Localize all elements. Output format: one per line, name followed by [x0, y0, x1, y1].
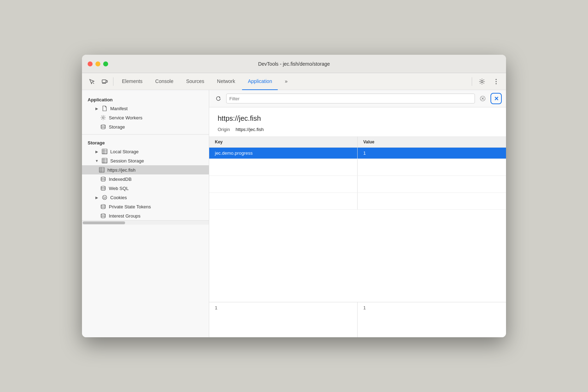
- refresh-button[interactable]: [213, 94, 223, 103]
- col-value-header: Value: [358, 137, 506, 147]
- origin-title: https://jec.fish: [218, 114, 498, 123]
- cursor-icon[interactable]: [86, 76, 98, 87]
- tab-network[interactable]: Network: [211, 73, 241, 90]
- sidebar-item-jec-fish[interactable]: https://jec.fish: [82, 165, 209, 174]
- sidebar-item-interest-groups[interactable]: Interest Groups: [82, 211, 209, 220]
- expand-arrow-manifest[interactable]: ▶: [95, 106, 99, 111]
- sidebar-item-storage-app[interactable]: Storage: [82, 122, 209, 131]
- cell-value-0: 1: [358, 148, 506, 159]
- maximize-button[interactable]: [103, 61, 108, 66]
- empty-cell-key-2: [209, 176, 358, 192]
- private-state-tokens-label: Private State Tokens: [109, 204, 151, 209]
- toolbar-sep-2: [472, 77, 472, 86]
- expand-arrow-cookies[interactable]: ▶: [95, 195, 99, 200]
- svg-point-31: [101, 204, 105, 206]
- session-storage-label: Session Storage: [110, 158, 144, 164]
- origin-section: https://jec.fish Origin https://jec.fish: [209, 107, 506, 137]
- sidebar-scrollbar[interactable]: [82, 220, 209, 225]
- cell-key-0: jec.demo.progress: [209, 148, 358, 159]
- table-header: Key Value: [209, 137, 506, 148]
- cookie-icon: [102, 195, 107, 200]
- more-icon[interactable]: [490, 76, 502, 87]
- svg-rect-1: [102, 80, 106, 83]
- table-container: Key Value jec.demo.progress 1: [209, 137, 506, 302]
- svg-point-8: [102, 117, 104, 119]
- empty-cell-val-3: [358, 193, 506, 209]
- close-button[interactable]: [88, 61, 93, 66]
- db-icon-indexed: [100, 176, 106, 182]
- cookies-label: Cookies: [110, 195, 127, 200]
- svg-point-6: [496, 81, 497, 82]
- storage-label: Storage: [109, 124, 125, 130]
- sidebar-item-local-storage[interactable]: ▶ Local Storage: [82, 147, 209, 156]
- sidebar-section-application: Application: [82, 94, 209, 104]
- filter-input[interactable]: [226, 94, 475, 103]
- svg-point-7: [496, 83, 497, 84]
- indexeddb-label: IndexedDB: [109, 177, 131, 182]
- sidebar-item-manifest[interactable]: ▶ Manifest: [82, 104, 209, 113]
- db-icon-websql: [100, 185, 106, 191]
- sidebar: Application ▶ Manifest: [82, 90, 209, 337]
- bottom-key: 1: [209, 302, 358, 337]
- jec-fish-label: https://jec.fish: [107, 167, 135, 173]
- sidebar-divider-1: [82, 134, 209, 135]
- bottom-value: 1: [358, 302, 506, 337]
- svg-line-0: [93, 83, 94, 84]
- db-icon-storage: [100, 124, 106, 130]
- table-icon-jec: [99, 167, 105, 173]
- tab-sources[interactable]: Sources: [181, 73, 210, 90]
- svg-point-25: [101, 177, 105, 178]
- devtools-window: DevTools - jec.fish/demo/storage Element…: [82, 55, 506, 337]
- devtools-toolbar: Elements Console Sources Network Applica…: [82, 73, 506, 90]
- origin-row: Origin https://jec.fish: [218, 127, 498, 132]
- origin-value: https://jec.fish: [236, 127, 264, 132]
- settings-icon[interactable]: [476, 76, 488, 87]
- gear-icon: [100, 115, 106, 120]
- sidebar-item-session-storage[interactable]: ▼ Session Storage: [82, 156, 209, 165]
- col-key-header: Key: [209, 137, 358, 147]
- sidebar-scrollbar-thumb[interactable]: [83, 221, 125, 224]
- traffic-lights: [88, 61, 108, 66]
- close-filter-button[interactable]: ✕: [490, 93, 502, 104]
- sidebar-item-websql[interactable]: Web SQL: [82, 184, 209, 193]
- sidebar-item-service-workers[interactable]: Service Workers: [82, 113, 209, 122]
- table-row[interactable]: jec.demo.progress 1: [209, 148, 506, 159]
- expand-arrow-local-storage[interactable]: ▶: [95, 149, 99, 154]
- table-empty-row-2: [209, 176, 506, 193]
- db-icon-pst: [100, 204, 106, 209]
- svg-point-27: [102, 195, 107, 200]
- empty-cell-val-2: [358, 176, 506, 192]
- titlebar: DevTools - jec.fish/demo/storage: [82, 55, 506, 73]
- svg-point-4: [481, 81, 483, 83]
- service-workers-label: Service Workers: [109, 115, 142, 120]
- expand-arrow-session-storage[interactable]: ▼: [95, 159, 99, 163]
- tab-application[interactable]: Application: [242, 73, 278, 90]
- window-title: DevTools - jec.fish/demo/storage: [88, 61, 500, 67]
- origin-label: Origin: [218, 127, 230, 132]
- sidebar-section-storage: Storage: [82, 137, 209, 147]
- svg-point-28: [104, 196, 104, 197]
- websql-label: Web SQL: [109, 186, 129, 191]
- clear-filter-button[interactable]: [478, 94, 488, 103]
- tab-more[interactable]: »: [279, 73, 293, 90]
- sidebar-item-cookies[interactable]: ▶ Cookies: [82, 193, 209, 202]
- table-icon-local: [102, 149, 107, 154]
- minimize-button[interactable]: [95, 61, 100, 66]
- toolbar-right: [470, 76, 502, 87]
- content-body: https://jec.fish Origin https://jec.fish…: [209, 107, 506, 337]
- tab-console[interactable]: Console: [149, 73, 179, 90]
- content-area: ✕ https://jec.fish Origin https://jec.fi…: [209, 90, 506, 337]
- sidebar-item-private-state-tokens[interactable]: Private State Tokens: [82, 202, 209, 211]
- table-empty-row-3: [209, 193, 506, 210]
- main-content: Application ▶ Manifest: [82, 90, 506, 337]
- svg-point-29: [105, 197, 106, 197]
- table-icon-session: [102, 158, 107, 164]
- content-toolbar: ✕: [209, 90, 506, 107]
- device-icon[interactable]: [99, 76, 110, 87]
- sidebar-item-indexeddb[interactable]: IndexedDB: [82, 174, 209, 184]
- empty-cell-key-3: [209, 193, 358, 209]
- svg-point-26: [101, 186, 105, 188]
- tab-elements[interactable]: Elements: [116, 73, 148, 90]
- svg-point-9: [101, 125, 105, 126]
- empty-cell-val-1: [358, 159, 506, 176]
